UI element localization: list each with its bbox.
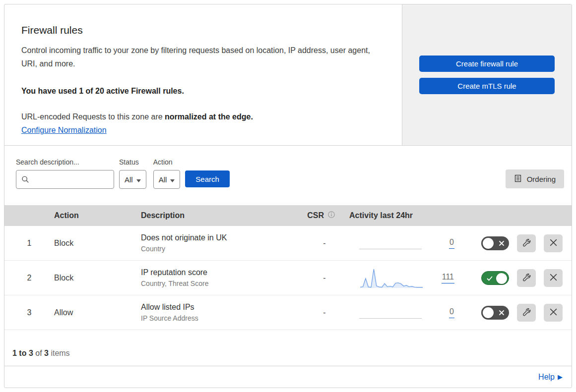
header-section: Firewall rules Control incoming traffic … <box>4 4 572 146</box>
normalization-bold: normalized at the edge. <box>165 112 253 121</box>
rule-description-cell: IP reputation score Country, Threat Scor… <box>141 268 300 287</box>
rule-description-cell: Does not originate in UK Country <box>141 233 300 253</box>
rule-action: Allow <box>54 308 141 317</box>
rule-toggle[interactable] <box>481 236 509 250</box>
delete-rule-button[interactable] <box>544 269 563 287</box>
activity-count-link[interactable]: 111 <box>442 273 454 283</box>
ordering-button[interactable]: Ordering <box>506 169 564 188</box>
table-header: Action Description CSR Activity last 24h… <box>4 205 572 226</box>
ordering-icon <box>514 174 522 184</box>
rule-activity-cell: 111 <box>349 267 462 289</box>
wrench-icon <box>522 238 531 248</box>
rule-activity-cell: 0 <box>349 301 462 324</box>
firewall-rules-panel: Firewall rules Control incoming traffic … <box>4 4 572 388</box>
check-icon <box>487 276 493 281</box>
actions-panel: Create firewall rule Create mTLS rule <box>402 4 572 145</box>
normalization-note: URL-encoded Requests to this zone are no… <box>21 112 372 121</box>
rule-activity-cell: 0 <box>349 232 462 255</box>
search-input[interactable] <box>16 170 114 189</box>
create-mtls-rule-button[interactable]: Create mTLS rule <box>419 78 555 94</box>
toggle-knob <box>483 307 494 318</box>
col-csr-label: CSR <box>307 211 324 220</box>
rule-controls <box>462 304 572 322</box>
rule-description: IP reputation score <box>141 268 300 277</box>
rule-csr: - <box>300 274 349 282</box>
normalization-prefix: URL-encoded Requests to this zone are <box>21 112 165 121</box>
delete-rule-button[interactable] <box>544 234 563 252</box>
wrench-icon <box>522 273 531 283</box>
col-activity: Activity last 24hr <box>349 211 462 220</box>
search-button[interactable]: Search <box>185 170 230 187</box>
rule-toggle[interactable] <box>481 306 509 320</box>
activity-count-link[interactable]: 0 <box>449 238 454 249</box>
help-label: Help <box>538 373 555 382</box>
activity-count-wrap: 111 <box>424 273 454 283</box>
rule-toggle[interactable] <box>481 271 509 285</box>
table-body: 1 Block Does not originate in UK Country… <box>4 226 572 330</box>
items-range: 1 to 3 <box>12 349 33 358</box>
table-row: 2 Block IP reputation score Country, Thr… <box>4 261 572 295</box>
usage-summary: You have used 1 of 20 active Firewall ru… <box>21 87 372 96</box>
rule-priority: 3 <box>4 308 54 317</box>
toggle-knob <box>496 273 507 284</box>
search-icon <box>21 175 29 183</box>
edit-rule-button[interactable] <box>517 304 536 322</box>
rule-controls <box>462 269 572 287</box>
search-group: Search description... <box>16 158 114 189</box>
action-filter-group: Action All <box>153 158 181 189</box>
rule-csr: - <box>300 239 349 248</box>
x-icon <box>499 310 505 316</box>
activity-count-wrap: 0 <box>424 238 454 249</box>
table-row: 3 Allow Allow listed IPs IP Source Addre… <box>4 295 572 330</box>
rule-criteria: IP Source Address <box>141 314 300 322</box>
col-action: Action <box>54 211 141 220</box>
search-label: Search description... <box>16 158 114 166</box>
rule-priority: 2 <box>4 274 54 282</box>
action-select[interactable]: All <box>153 170 181 189</box>
status-value: All <box>125 175 133 184</box>
pagination-bar: 1 to 3 of 3 items <box>4 330 572 366</box>
activity-sparkline <box>359 301 424 324</box>
arrow-right-icon: ▶ <box>558 373 563 381</box>
items-of: of <box>33 349 44 358</box>
rule-description-cell: Allow listed IPs IP Source Address <box>141 303 300 322</box>
edit-rule-button[interactable] <box>517 234 536 252</box>
status-select[interactable]: All <box>119 170 146 189</box>
table-row: 1 Block Does not originate in UK Country… <box>4 226 572 261</box>
activity-sparkline <box>359 267 424 289</box>
help-bar: Help ▶ <box>4 366 572 388</box>
filter-bar: Search description... Status All Action … <box>4 146 572 205</box>
ordering-label: Ordering <box>527 175 556 183</box>
chevron-down-icon <box>170 175 175 184</box>
close-icon <box>550 308 557 317</box>
rule-description: Allow listed IPs <box>141 303 300 312</box>
rule-criteria: Country, Threat Score <box>141 280 300 287</box>
col-description: Description <box>141 211 300 220</box>
close-icon <box>550 239 557 248</box>
rule-priority: 1 <box>4 239 54 248</box>
items-word: items <box>49 349 70 358</box>
items-total: 3 <box>44 349 49 358</box>
header-text-block: Firewall rules Control incoming traffic … <box>4 4 402 145</box>
configure-normalization-link[interactable]: Configure Normalization <box>21 126 107 135</box>
activity-sparkline <box>359 232 424 255</box>
rule-action: Block <box>54 274 141 282</box>
rule-action: Block <box>54 239 141 248</box>
status-filter-group: Status All <box>119 158 146 189</box>
create-firewall-rule-button[interactable]: Create firewall rule <box>419 56 555 72</box>
action-value: All <box>159 175 167 184</box>
rule-controls <box>462 234 572 252</box>
toggle-knob <box>483 238 494 249</box>
close-icon <box>550 274 557 282</box>
help-link[interactable]: Help ▶ <box>538 373 563 382</box>
delete-rule-button[interactable] <box>544 304 563 322</box>
rule-criteria: Country <box>141 245 300 253</box>
wrench-icon <box>522 308 531 318</box>
page-description: Control incoming traffic to your zone by… <box>21 44 372 70</box>
activity-count-link[interactable]: 0 <box>449 307 454 318</box>
edit-rule-button[interactable] <box>517 269 536 287</box>
rule-csr: - <box>300 308 349 317</box>
x-icon <box>499 240 505 246</box>
status-label: Status <box>119 158 146 166</box>
info-icon[interactable] <box>327 211 335 221</box>
